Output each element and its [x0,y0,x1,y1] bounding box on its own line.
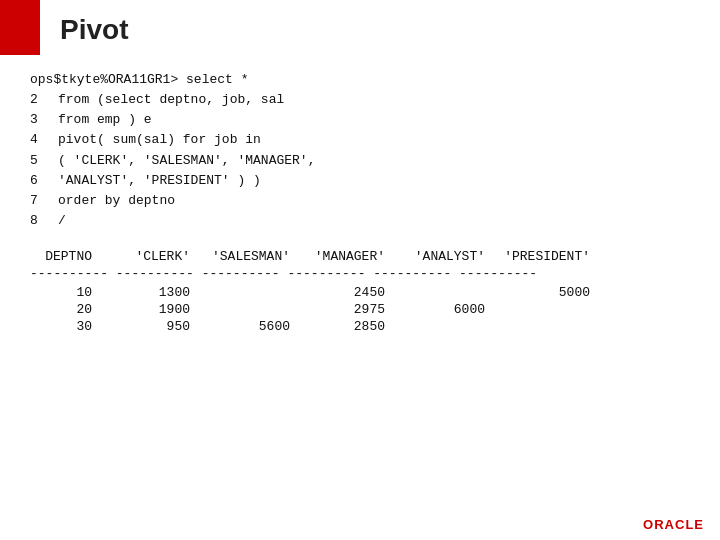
header-analyst: 'ANALYST' [395,249,495,264]
cell-manager-1: 2450 [300,285,395,300]
cell-president-2 [495,302,590,317]
cell-salesman-1 [200,285,300,300]
oracle-logo-text: ORACLE [643,517,704,532]
cell-analyst-1 [395,285,495,300]
oracle-logo: ORACLE [643,517,704,532]
result-table: DEPTNO 'CLERK' 'SALESMAN' 'MANAGER' 'ANA… [30,249,700,334]
line-num-7: 7 [30,191,58,211]
code-line-4: 4 pivot( sum(sal) for job in [30,130,700,150]
line-content-2: from (select deptno, job, sal [58,90,284,110]
cell-manager-2: 2975 [300,302,395,317]
line-content-5: ( 'CLERK', 'SALESMAN', 'MANAGER', [58,151,315,171]
code-line-5: 5 ( 'CLERK', 'SALESMAN', 'MANAGER', [30,151,700,171]
table-separator: ---------- ---------- ---------- -------… [30,266,700,281]
code-line-8: 8 / [30,211,700,231]
table-row: 10 1300 2450 5000 [30,285,700,300]
cell-analyst-3 [395,319,495,334]
cell-president-1: 5000 [495,285,590,300]
line-content-4: pivot( sum(sal) for job in [58,130,261,150]
header-manager: 'MANAGER' [300,249,395,264]
cell-salesman-2 [200,302,300,317]
cell-deptno-2: 20 [30,302,110,317]
oracle-bar: ORACLE [0,508,720,540]
accent-bar [0,0,40,55]
cell-deptno-1: 10 [30,285,110,300]
line-num-6: 6 [30,171,58,191]
cell-deptno-3: 30 [30,319,110,334]
line-num-8: 8 [30,211,58,231]
line-num-2: 2 [30,90,58,110]
header-clerk: 'CLERK' [110,249,200,264]
cell-analyst-2: 6000 [395,302,495,317]
table-header-row: DEPTNO 'CLERK' 'SALESMAN' 'MANAGER' 'ANA… [30,249,700,264]
header-president: 'PRESIDENT' [495,249,590,264]
line-num-5: 5 [30,151,58,171]
cell-clerk-2: 1900 [110,302,200,317]
line-content-8: / [58,211,66,231]
line-num-4: 4 [30,130,58,150]
cell-salesman-3: 5600 [200,319,300,334]
code-prompt-line: ops$tkyte%ORA11GR1> select * [30,70,700,90]
code-prompt: ops$tkyte%ORA11GR1> select * [30,70,248,90]
line-content-7: order by deptno [58,191,175,211]
cell-clerk-1: 1300 [110,285,200,300]
header-salesman: 'SALESMAN' [200,249,300,264]
code-line-3: 3 from emp ) e [30,110,700,130]
content-area: ops$tkyte%ORA11GR1> select * 2 from (sel… [30,70,700,500]
header-deptno: DEPTNO [30,249,110,264]
code-line-7: 7 order by deptno [30,191,700,211]
page-title: Pivot [60,14,128,46]
code-line-6: 6 'ANALYST', 'PRESIDENT' ) ) [30,171,700,191]
cell-clerk-3: 950 [110,319,200,334]
code-block: ops$tkyte%ORA11GR1> select * 2 from (sel… [30,70,700,231]
line-num-3: 3 [30,110,58,130]
line-content-6: 'ANALYST', 'PRESIDENT' ) ) [58,171,261,191]
table-row: 20 1900 2975 6000 [30,302,700,317]
cell-president-3 [495,319,590,334]
table-row: 30 950 5600 2850 [30,319,700,334]
cell-manager-3: 2850 [300,319,395,334]
code-line-2: 2 from (select deptno, job, sal [30,90,700,110]
line-content-3: from emp ) e [58,110,152,130]
